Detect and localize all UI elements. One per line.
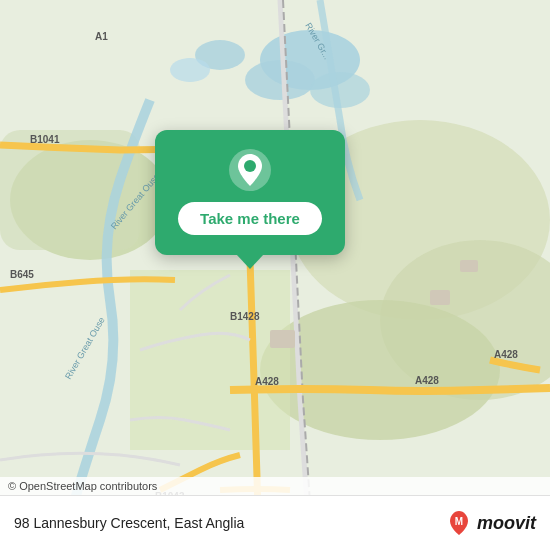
svg-text:A428: A428 [494,349,518,360]
svg-text:B645: B645 [10,269,34,280]
svg-rect-6 [130,270,290,450]
svg-point-8 [245,60,315,100]
attribution-text: © OpenStreetMap contributors [8,480,157,492]
moovit-logo: M moovit [445,509,536,537]
attribution-bar: © OpenStreetMap contributors [0,477,550,495]
svg-text:B1041: B1041 [30,134,60,145]
svg-text:A428: A428 [255,376,279,387]
svg-rect-25 [430,290,450,305]
popup-card: Take me there [155,130,345,255]
svg-point-11 [170,58,210,82]
moovit-brand-icon: M [445,509,473,537]
svg-point-28 [244,160,256,172]
location-pin-icon [228,148,272,192]
map-container: B1041 A1 B645 B1428 A428 A428 A428 B1043… [0,0,550,550]
take-me-there-button[interactable]: Take me there [178,202,322,235]
svg-text:M: M [455,516,463,527]
svg-text:B1428: B1428 [230,311,260,322]
svg-rect-24 [270,330,295,348]
svg-rect-26 [460,260,478,272]
moovit-brand-text: moovit [477,513,536,534]
address-label: 98 Lannesbury Crescent, East Anglia [14,515,244,531]
footer: 98 Lannesbury Crescent, East Anglia M mo… [0,495,550,550]
svg-text:A428: A428 [415,375,439,386]
svg-text:A1: A1 [95,31,108,42]
